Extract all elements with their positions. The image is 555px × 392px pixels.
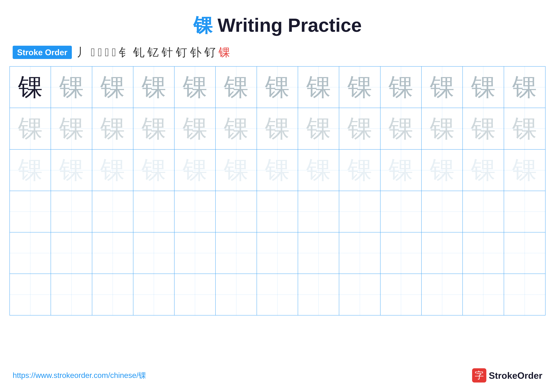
grid-cell-2-2: 锞 (51, 108, 92, 149)
grid-cell-3-10: 锞 (380, 150, 422, 191)
footer-url[interactable]: https://www.strokeorder.com/chinese/锞 (13, 370, 146, 380)
grid-cell-5-13[interactable] (504, 232, 545, 274)
grid-cell-6-1[interactable] (10, 274, 51, 315)
grid-cell-2-1: 锞 (10, 108, 51, 149)
grid-cell-6-8[interactable] (298, 274, 339, 315)
grid-cell-1-11: 锞 (422, 67, 463, 108)
grid-cell-6-5[interactable] (175, 274, 216, 315)
grid-cell-5-5[interactable] (175, 232, 216, 274)
grid-cell-5-3[interactable] (92, 232, 133, 274)
grid-cell-3-4: 锞 (133, 150, 175, 191)
grid-cell-1-13: 锞 (504, 67, 545, 108)
footer-logo-text: StrokeOrder (489, 370, 542, 381)
grid-cell-4-3[interactable] (92, 191, 133, 232)
grid-cell-6-9[interactable] (339, 274, 380, 315)
grid-cell-4-10[interactable] (380, 191, 422, 232)
practice-grid: 锞 锞 锞 锞 锞 锞 锞 锞 锞 锞 锞 锞 锞 锞 锞 锞 锞 锞 锞 锞 … (9, 66, 546, 315)
grid-cell-2-7: 锞 (257, 108, 298, 149)
grid-cell-3-13: 锞 (504, 150, 545, 191)
grid-cell-6-13[interactable] (504, 274, 545, 315)
grid-cell-1-10: 锞 (380, 67, 422, 108)
grid-cell-5-10[interactable] (380, 232, 422, 274)
stroke-7: 钆 (133, 45, 145, 60)
stroke-11: 钋 (190, 45, 201, 60)
grid-cell-3-5: 锞 (175, 150, 216, 191)
grid-cell-1-2: 锞 (51, 67, 92, 108)
footer: https://www.strokeorder.com/chinese/锞 字 … (0, 368, 555, 383)
grid-cell-3-7: 锞 (257, 150, 298, 191)
grid-cell-3-2: 锞 (51, 150, 92, 191)
grid-cell-5-2[interactable] (51, 232, 92, 274)
grid-cell-2-11: 锞 (422, 108, 463, 149)
grid-cell-5-6[interactable] (216, 232, 257, 274)
grid-cell-6-11[interactable] (422, 274, 463, 315)
grid-cell-5-4[interactable] (133, 232, 175, 274)
grid-cell-2-8: 锞 (298, 108, 339, 149)
grid-cell-4-4[interactable] (133, 191, 175, 232)
grid-cell-1-9: 锞 (339, 67, 380, 108)
grid-cell-4-12[interactable] (463, 191, 504, 232)
grid-cell-6-7[interactable] (257, 274, 298, 315)
grid-cell-4-1[interactable] (10, 191, 51, 232)
grid-cell-1-1: 锞 (10, 67, 51, 108)
stroke-9: 针 (161, 45, 173, 60)
grid-cell-6-12[interactable] (463, 274, 504, 315)
title-char: 锞 (193, 15, 212, 36)
grid-cell-4-6[interactable] (216, 191, 257, 232)
grid-row-2: 锞 锞 锞 锞 锞 锞 锞 锞 锞 锞 锞 锞 锞 (10, 108, 545, 150)
grid-cell-4-8[interactable] (298, 191, 339, 232)
grid-row-5 (10, 232, 545, 274)
grid-row-1: 锞 锞 锞 锞 锞 锞 锞 锞 锞 锞 锞 锞 锞 (10, 67, 545, 108)
grid-cell-6-2[interactable] (51, 274, 92, 315)
stroke-8: 钇 (147, 45, 159, 60)
grid-cell-2-9: 锞 (339, 108, 380, 149)
grid-cell-5-1[interactable] (10, 232, 51, 274)
grid-cell-2-12: 锞 (463, 108, 504, 149)
grid-cell-3-8: 锞 (298, 150, 339, 191)
grid-cell-2-4: 锞 (133, 108, 175, 149)
grid-cell-5-8[interactable] (298, 232, 339, 274)
stroke-2: 𠂇 (91, 46, 95, 59)
grid-cell-1-5: 锞 (175, 67, 216, 108)
grid-cell-4-9[interactable] (339, 191, 380, 232)
grid-cell-4-11[interactable] (422, 191, 463, 232)
grid-row-6 (10, 274, 545, 315)
grid-cell-5-11[interactable] (422, 232, 463, 274)
stroke-4: 𠄌 (105, 46, 109, 59)
stroke-steps: 丿 𠂇 𠃊 𠄌 𠄎 钅 钆 钇 针 钉 钋 钌 锞 (77, 45, 230, 60)
grid-cell-5-9[interactable] (339, 232, 380, 274)
grid-cell-2-6: 锞 (216, 108, 257, 149)
grid-cell-6-3[interactable] (92, 274, 133, 315)
grid-cell-3-3: 锞 (92, 150, 133, 191)
grid-cell-2-3: 锞 (92, 108, 133, 149)
grid-row-4 (10, 191, 545, 232)
grid-cell-5-12[interactable] (463, 232, 504, 274)
grid-cell-6-4[interactable] (133, 274, 175, 315)
grid-cell-4-5[interactable] (175, 191, 216, 232)
grid-cell-1-12: 锞 (463, 67, 504, 108)
grid-cell-3-9: 锞 (339, 150, 380, 191)
grid-cell-6-10[interactable] (380, 274, 422, 315)
grid-cell-3-11: 锞 (422, 150, 463, 191)
grid-cell-4-13[interactable] (504, 191, 545, 232)
page-title: 锞 Writing Practice (0, 0, 555, 38)
stroke-6: 钅 (119, 45, 130, 60)
grid-cell-5-7[interactable] (257, 232, 298, 274)
stroke-1: 丿 (77, 45, 88, 60)
grid-cell-6-6[interactable] (216, 274, 257, 315)
stroke-13: 锞 (219, 45, 230, 60)
grid-cell-2-5: 锞 (175, 108, 216, 149)
grid-cell-1-7: 锞 (257, 67, 298, 108)
grid-cell-4-7[interactable] (257, 191, 298, 232)
stroke-3: 𠃊 (98, 46, 102, 59)
grid-cell-1-3: 锞 (92, 67, 133, 108)
grid-row-3: 锞 锞 锞 锞 锞 锞 锞 锞 锞 锞 锞 锞 锞 (10, 150, 545, 191)
grid-cell-3-1: 锞 (10, 150, 51, 191)
strokeorder-logo-icon: 字 (472, 368, 486, 383)
title-text: Writing Practice (212, 14, 362, 36)
stroke-10: 钉 (176, 45, 187, 60)
grid-cell-4-2[interactable] (51, 191, 92, 232)
grid-cell-1-8: 锞 (298, 67, 339, 108)
grid-cell-2-10: 锞 (380, 108, 422, 149)
footer-logo: 字 StrokeOrder (472, 368, 542, 383)
